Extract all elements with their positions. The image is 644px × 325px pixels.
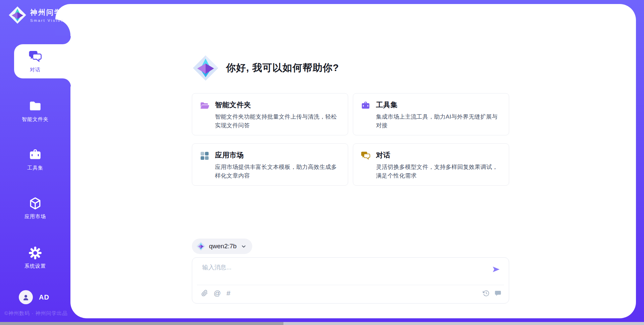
card-description: 集成市场上主流工具，助力AI与外界无缝扩展与对接	[376, 113, 501, 130]
folder-open-icon	[200, 101, 210, 111]
attach-button[interactable]	[201, 290, 208, 297]
hash-icon: #	[226, 289, 230, 297]
briefcase-icon	[361, 101, 371, 111]
avatar	[19, 290, 33, 304]
card-toolkit[interactable]: 工具集 集成市场上主流工具，助力AI与外界无缝扩展与对接	[353, 93, 509, 135]
sidebar-item-label: 系统设置	[24, 263, 46, 269]
mention-button[interactable]: @	[214, 289, 221, 297]
sidebar-item-label: 工具集	[27, 165, 43, 171]
send-button[interactable]	[492, 265, 500, 274]
grid-icon	[200, 151, 210, 161]
new-chat-button[interactable]	[494, 290, 501, 297]
chevron-down-icon	[240, 243, 247, 250]
send-icon	[492, 265, 500, 274]
person-icon	[22, 293, 30, 301]
card-description: 智能文件夹功能支持批量文件上传与清洗，轻松实现文件问答	[215, 113, 340, 130]
model-name: qwen2:7b	[209, 243, 236, 250]
sidebar-item-settings[interactable]: 系统设置	[0, 241, 70, 275]
model-selector[interactable]: qwen2:7b	[192, 239, 252, 254]
card-title: 对话	[376, 150, 501, 160]
assistant-logo-icon	[192, 54, 219, 82]
sidebar-footer: ©神州数码 · 神州问学出品	[4, 310, 67, 317]
card-description: 灵活切换多模型文件，支持多样回复效果调试，满足个性化需求	[376, 163, 501, 180]
sidebar-item-label: 应用市场	[24, 213, 46, 220]
folder-icon	[28, 99, 42, 113]
horizontal-scrollbar[interactable]	[0, 322, 644, 325]
briefcase-icon	[28, 148, 42, 162]
scrollbar-thumb[interactable]	[0, 322, 283, 325]
chat-bubble-icon	[494, 290, 501, 297]
history-icon	[483, 290, 490, 297]
card-chat[interactable]: 对话 灵活切换多模型文件，支持多样回复效果调试，满足个性化需求	[353, 143, 509, 186]
chat-icon	[361, 151, 371, 161]
topic-button[interactable]: #	[226, 289, 230, 297]
at-icon: @	[214, 289, 221, 297]
sidebar-item-label: 对话	[30, 67, 41, 73]
gear-icon	[28, 246, 42, 260]
message-input[interactable]	[202, 263, 477, 282]
card-title: 智能文件夹	[215, 100, 340, 110]
card-smart-folder[interactable]: 智能文件夹 智能文件夹功能支持批量文件上传与清洗，轻松实现文件问答	[192, 93, 348, 135]
user-name: AD	[39, 294, 49, 301]
sidebar-item-smart-folder[interactable]: 智能文件夹	[0, 94, 70, 128]
card-description: 应用市场提供丰富长文本模板，助力高效生成多样化文章内容	[215, 163, 340, 180]
sidebar-item-app-market[interactable]: 应用市场	[0, 191, 70, 225]
greeting-block: 你好, 我可以如何帮助你?	[192, 54, 339, 82]
greeting-text: 你好, 我可以如何帮助你?	[226, 61, 339, 75]
brand-subtitle: Smart Vision	[30, 18, 64, 22]
chat-icon	[28, 50, 42, 64]
sidebar-item-label: 智能文件夹	[22, 116, 49, 123]
sidebar-item-toolkit[interactable]: 工具集	[0, 142, 70, 177]
cube-icon	[28, 196, 42, 210]
brand-logo[interactable]: 神州问学 Smart Vision	[8, 6, 64, 24]
card-app-market[interactable]: 应用市场 应用市场提供丰富长文本模板，助力高效生成多样化文章内容	[192, 143, 348, 186]
brand-diamond-icon	[8, 6, 27, 24]
sidebar-item-chat[interactable]: 对话	[0, 44, 70, 78]
model-logo-icon	[196, 242, 206, 251]
brand-name: 神州问学	[30, 8, 64, 17]
message-composer: @ #	[192, 257, 509, 304]
paperclip-icon	[201, 290, 208, 297]
user-profile[interactable]: AD	[19, 290, 49, 304]
composer-divider	[197, 285, 504, 285]
card-title: 应用市场	[215, 150, 340, 160]
history-button[interactable]	[483, 290, 490, 297]
card-title: 工具集	[376, 100, 501, 110]
